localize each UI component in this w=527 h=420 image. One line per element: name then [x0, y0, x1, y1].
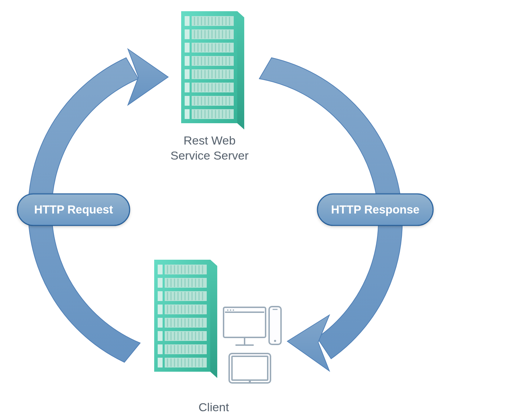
desktop-icon — [224, 307, 266, 345]
svg-rect-94 — [185, 109, 190, 119]
svg-rect-2 — [181, 11, 237, 123]
svg-marker-107 — [210, 260, 217, 378]
svg-marker-0 — [237, 11, 244, 130]
svg-rect-3 — [185, 16, 190, 26]
svg-rect-226 — [232, 356, 268, 380]
svg-rect-55 — [185, 69, 190, 79]
svg-rect-109 — [154, 260, 210, 372]
response-pill-text: HTTP Response — [331, 203, 419, 216]
svg-point-223 — [274, 340, 276, 342]
server-label: Rest Web Service Server — [168, 133, 251, 163]
svg-rect-162 — [158, 318, 163, 328]
svg-point-221 — [233, 309, 234, 311]
svg-rect-123 — [158, 278, 163, 288]
response-pill: HTTP Response — [317, 194, 433, 225]
svg-rect-188 — [158, 344, 163, 354]
server-icon — [181, 11, 244, 130]
svg-rect-201 — [158, 358, 163, 368]
request-pill-text: HTTP Request — [34, 203, 113, 216]
svg-rect-136 — [158, 291, 163, 301]
request-pill: HTTP Request — [18, 194, 130, 225]
svg-rect-222 — [269, 307, 281, 344]
svg-point-219 — [227, 309, 228, 311]
phone-icon — [269, 307, 281, 344]
svg-rect-42 — [185, 56, 190, 66]
svg-rect-16 — [185, 29, 190, 39]
svg-point-220 — [230, 309, 231, 311]
svg-rect-149 — [158, 304, 163, 314]
svg-rect-175 — [158, 331, 163, 341]
svg-point-227 — [249, 380, 251, 383]
tablet-icon — [229, 354, 271, 383]
svg-rect-81 — [185, 96, 190, 106]
client-label: Client — [193, 400, 235, 415]
svg-rect-110 — [158, 265, 163, 274]
client-server-icon — [154, 260, 217, 378]
svg-rect-215 — [225, 312, 264, 336]
svg-rect-68 — [185, 83, 190, 92]
svg-rect-29 — [185, 43, 190, 52]
